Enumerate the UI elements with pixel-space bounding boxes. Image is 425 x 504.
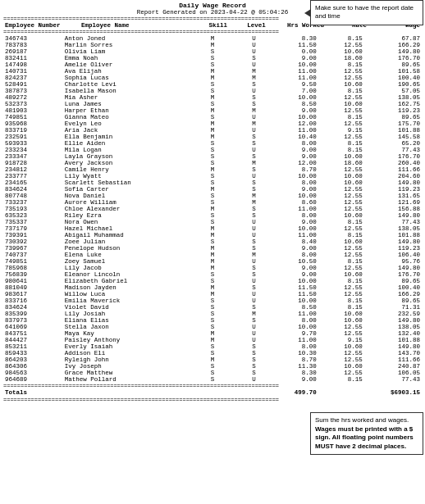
table-row: 532373Luna JamesSS8.5010.60162.75 (3, 101, 422, 107)
table-row: 984563Grace MatthewSS8.3012.55106.05 (3, 370, 422, 376)
table-row: 740737Elena LukeMM8.0012.55106.40 (3, 252, 422, 258)
table-row: 234812Camile HenryMS8.7012.55111.66 (3, 166, 422, 173)
table-row: 737179Hazel MichaelMU10.0012.55138.05 (3, 225, 422, 232)
totals-label: Totals (3, 389, 63, 396)
totals-hrs: 499.70 (272, 389, 318, 396)
totals-wage: $6903.15 (364, 389, 422, 396)
col-header-empname: Employee Name (80, 22, 197, 29)
table-row: 833716Emilia MaverickSU10.008.1589.65 (3, 297, 422, 304)
table-row: 593933Ellie AidenSS8.008.1565.20 (3, 140, 422, 147)
table-row: 824237Sophia LucasMM11.0012.55100.40 (3, 75, 422, 81)
table-row: 918728Avery JacksonSM12.0018.60260.40 (3, 160, 422, 166)
table-row: 807748Nova DanielSM10.0012.55131.65 (3, 193, 422, 199)
report-container: Make sure to have the report date and ti… (0, 0, 425, 405)
tooltip-sum: Sum the hrs worked and wages. Wages must… (310, 412, 423, 455)
table-row: 834624Violet DavidSS8.508.1571.31 (3, 304, 422, 311)
table-row: 833719Aria JackMU11.009.15101.88 (3, 127, 422, 134)
table-row: 641069Stella JaxonSU10.0012.55138.05 (3, 324, 422, 330)
table-row: 528491Charlotte LeviSS9.5010.60190.65 (3, 81, 422, 88)
table-row: 233234Mila LoganSU9.008.1577.43 (3, 147, 422, 153)
table-row: 739967Penelope HudsonMS9.0012.55119.23 (3, 245, 422, 252)
table-row: 233347Layla GraysonSS9.0010.60176.70 (3, 153, 422, 160)
table-row: 783783Marlin SorresMU11.5012.55166.29 (3, 42, 422, 48)
table-row: 147498Amelie OliverSU10.008.1589.65 (3, 61, 422, 68)
table-row: 864306Ivy JosephSS11.3010.60240.87 (3, 363, 422, 370)
table-row: 739391Abigail MuhammadMU11.008.15101.88 (3, 232, 422, 238)
table-row: 756839Eleanor LincolnSS9.0010.60176.70 (3, 271, 422, 278)
table-row: 832411Emma NoahSS9.0018.60176.70 (3, 55, 422, 61)
tooltip-date-time-text: Make sure to have the report date and ti… (315, 4, 414, 20)
separator-header: ========================================… (3, 29, 422, 35)
totals-row: Totals 499.70 $6903.15 (3, 389, 422, 396)
totals-skill-spacer (190, 389, 235, 396)
col-header-empnum: Employee Number (3, 22, 80, 29)
table-row: 843751Maya KayMU9.7012.55132.40 (3, 330, 422, 337)
table-row: 834624Sofia CarterMS9.0012.55119.23 (3, 186, 422, 193)
employee-table: 346743Anton JonedMU8.308.1567.87783783Ma… (3, 35, 422, 383)
table-row: 844427Paisley AnthonyMU11.009.15101.88 (3, 337, 422, 343)
table-row: 733237Aurore WilliamSM8.6012.55121.69 (3, 199, 422, 206)
table-row: 749851Zoey SamuelMU10.508.1595.76 (3, 258, 422, 265)
table-row: 785968Lily JacobMS9.0012.55149.80 (3, 265, 422, 271)
table-row: 749851Gianna MateoSU10.008.1589.65 (3, 114, 422, 120)
table-row: 140731Ava ElijahMM11.0012.55101.58 (3, 68, 422, 75)
table-row: 489272Mia AsherMS10.0012.55138.05 (3, 94, 422, 101)
table-row: 269187Olivia LiamSU0.0010.60149.80 (3, 48, 422, 55)
table-row: 232591Ella BenjaminMS10.4012.55145.58 (3, 134, 422, 140)
table-row: 730392Zoee JulianSS8.4010.60149.80 (3, 238, 422, 245)
separator-totals: ========================================… (3, 383, 422, 389)
tooltip-date-time: Make sure to have the report date and ti… (310, 0, 423, 25)
table-row: 835399Lily JosiahSM11.0010.60232.59 (3, 311, 422, 317)
col-header-skill: Skill (197, 22, 240, 29)
table-row: 234165Scarlett SebastianSS8.0010.60149.8… (3, 179, 422, 186)
totals-rate-spacer (318, 389, 364, 396)
table-row: 233777Lily WyattSU10.0010.60204.60 (3, 173, 422, 179)
table-row: 983617Willow LucaMU11.5012.55166.29 (3, 291, 422, 297)
totals-level-spacer (235, 389, 272, 396)
table-row: 481903Harper EthanMM9.0012.55119.23 (3, 107, 422, 114)
table-row: 635323Riley EzraSS8.0010.60149.80 (3, 212, 422, 219)
table-row: 735337Nora OwenSU9.008.1577.43 (3, 219, 422, 225)
table-row: 964689Mathew PollardSU9.008.1577.43 (3, 376, 422, 383)
table-row: 387873Isabella MasonSU7.008.1557.05 (3, 88, 422, 94)
separator-bottom: ========================================… (3, 397, 422, 403)
totals-spacer (63, 389, 190, 396)
table-row: 735193Chloe AlexanderMS11.0012.55156.88 (3, 206, 422, 212)
table-row: 837973Eliana EliasSS8.0010.60149.80 (3, 317, 422, 324)
table-row: 859433Addison EliSS10.3012.55143.70 (3, 350, 422, 356)
table-row: 853211Everly IsaiahSS8.0010.60149.80 (3, 343, 422, 350)
table-row: 935968Evelyn LeoMM12.0012.55175.70 (3, 120, 422, 127)
table-row: 881049Madison JaydenMS11.5012.55100.40 (3, 284, 422, 291)
totals-table: Totals 499.70 $6903.15 (3, 389, 422, 396)
table-row: 346743Anton JonedMU8.308.1567.87 (3, 35, 422, 42)
table-row: 980641Elizabeth GabrielSU10.008.1589.65 (3, 278, 422, 284)
table-row: 864203Ryleigh JohnMS8.7012.55111.66 (3, 356, 422, 363)
col-header-level: Level (240, 22, 274, 29)
